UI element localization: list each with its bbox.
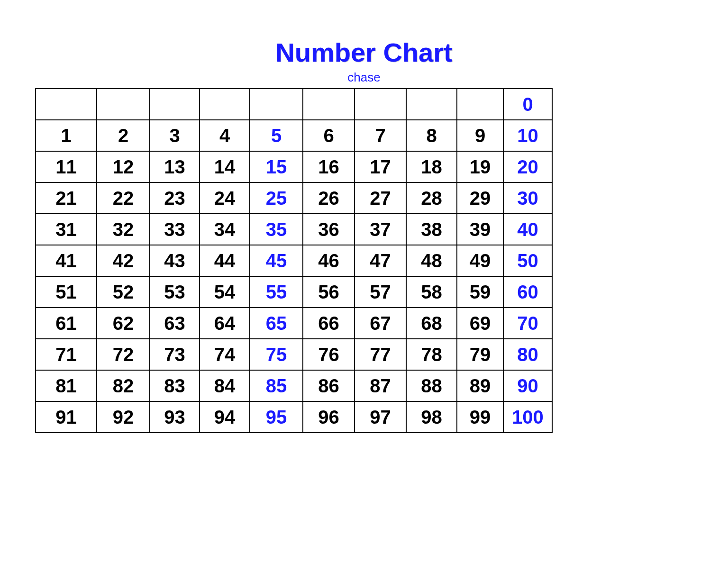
number-chart-grid: 0123456789101112131415161718192021222324… [35, 88, 553, 433]
table-row: 21222324252627282930 [36, 182, 552, 214]
number-cell [250, 89, 303, 120]
number-cell: 51 [36, 276, 97, 308]
number-cell: 1 [36, 120, 97, 151]
number-cell: 48 [406, 245, 457, 276]
number-cell: 55 [250, 276, 303, 308]
number-cell: 97 [355, 401, 406, 433]
number-cell: 59 [457, 276, 503, 308]
number-cell: 28 [406, 182, 457, 214]
number-cell: 2 [97, 120, 150, 151]
number-cell: 61 [36, 308, 97, 339]
number-cell: 49 [457, 245, 503, 276]
number-cell: 13 [150, 151, 200, 182]
number-cell: 7 [355, 120, 406, 151]
number-cell: 39 [457, 214, 503, 245]
table-row: 11121314151617181920 [36, 151, 552, 182]
number-cell: 0 [503, 89, 552, 120]
number-cell: 25 [250, 182, 303, 214]
number-cell: 75 [250, 339, 303, 370]
number-cell: 27 [355, 182, 406, 214]
number-cell: 24 [200, 182, 250, 214]
number-cell: 96 [303, 401, 355, 433]
number-cell: 56 [303, 276, 355, 308]
number-cell [406, 89, 457, 120]
number-cell: 30 [503, 182, 552, 214]
number-cell: 58 [406, 276, 457, 308]
number-cell: 32 [97, 214, 150, 245]
number-cell: 78 [406, 339, 457, 370]
number-cell: 31 [36, 214, 97, 245]
number-cell: 20 [503, 151, 552, 182]
number-cell: 19 [457, 151, 503, 182]
number-cell [303, 89, 355, 120]
number-cell: 100 [503, 401, 552, 433]
number-cell: 6 [303, 120, 355, 151]
number-cell: 62 [97, 308, 150, 339]
number-cell: 11 [36, 151, 97, 182]
number-cell: 23 [150, 182, 200, 214]
number-cell: 72 [97, 339, 150, 370]
number-cell: 87 [355, 370, 406, 401]
page-title: Number Chart [0, 37, 728, 68]
number-cell: 35 [250, 214, 303, 245]
number-cell: 52 [97, 276, 150, 308]
number-cell: 3 [150, 120, 200, 151]
number-cell: 22 [97, 182, 150, 214]
number-cell: 70 [503, 308, 552, 339]
number-cell: 53 [150, 276, 200, 308]
number-cell: 54 [200, 276, 250, 308]
number-cell: 41 [36, 245, 97, 276]
number-cell: 81 [36, 370, 97, 401]
table-row: 81828384858687888990 [36, 370, 552, 401]
number-cell: 76 [303, 339, 355, 370]
number-cell: 68 [406, 308, 457, 339]
number-cell: 50 [503, 245, 552, 276]
number-cell: 94 [200, 401, 250, 433]
number-cell: 9 [457, 120, 503, 151]
number-cell: 40 [503, 214, 552, 245]
number-cell: 15 [250, 151, 303, 182]
table-row: 51525354555657585960 [36, 276, 552, 308]
number-cell: 4 [200, 120, 250, 151]
number-cell: 99 [457, 401, 503, 433]
number-cell: 46 [303, 245, 355, 276]
number-cell: 18 [406, 151, 457, 182]
number-cell: 34 [200, 214, 250, 245]
number-cell: 63 [150, 308, 200, 339]
number-cell: 45 [250, 245, 303, 276]
number-cell [150, 89, 200, 120]
number-cell: 14 [200, 151, 250, 182]
number-cell [36, 89, 97, 120]
number-cell [355, 89, 406, 120]
number-cell: 90 [503, 370, 552, 401]
number-cell: 33 [150, 214, 200, 245]
table-row: 919293949596979899100 [36, 401, 552, 433]
number-cell: 92 [97, 401, 150, 433]
table-row: 0 [36, 89, 552, 120]
table-row: 71727374757677787980 [36, 339, 552, 370]
table-row: 12345678910 [36, 120, 552, 151]
number-cell: 89 [457, 370, 503, 401]
number-cell: 82 [97, 370, 150, 401]
number-cell: 95 [250, 401, 303, 433]
number-cell: 47 [355, 245, 406, 276]
number-cell: 69 [457, 308, 503, 339]
number-cell: 29 [457, 182, 503, 214]
number-cell: 43 [150, 245, 200, 276]
number-cell [457, 89, 503, 120]
number-cell: 38 [406, 214, 457, 245]
number-cell: 65 [250, 308, 303, 339]
table-row: 31323334353637383940 [36, 214, 552, 245]
number-cell: 10 [503, 120, 552, 151]
number-cell: 66 [303, 308, 355, 339]
number-cell: 36 [303, 214, 355, 245]
number-cell: 91 [36, 401, 97, 433]
number-cell: 44 [200, 245, 250, 276]
number-cell: 57 [355, 276, 406, 308]
number-cell: 88 [406, 370, 457, 401]
number-cell: 74 [200, 339, 250, 370]
number-cell: 8 [406, 120, 457, 151]
number-cell: 17 [355, 151, 406, 182]
number-chart: 0123456789101112131415161718192021222324… [35, 88, 552, 433]
number-cell: 67 [355, 308, 406, 339]
